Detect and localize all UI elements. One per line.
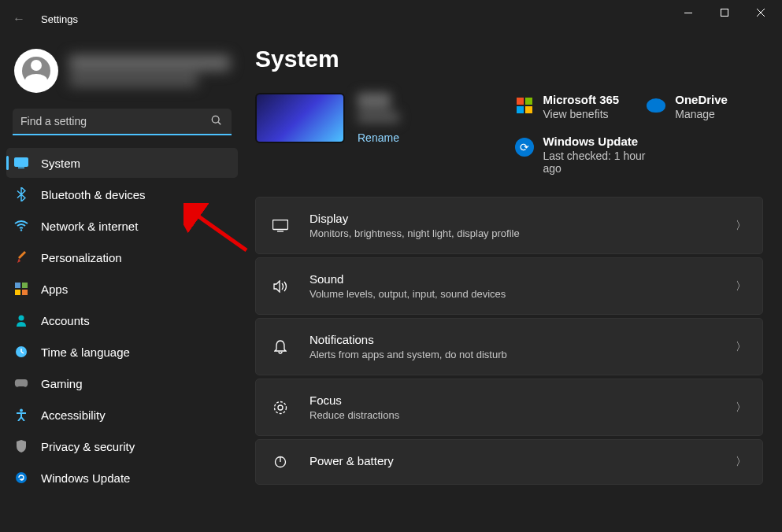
- svg-point-13: [19, 316, 24, 321]
- setting-power[interactable]: Power & battery 〉: [255, 439, 763, 485]
- setting-display[interactable]: Display Monitors, brightness, night ligh…: [255, 197, 763, 254]
- sidebar-item-network[interactable]: Network & internet: [6, 211, 238, 241]
- close-button[interactable]: [743, 0, 779, 25]
- onedrive-icon: [647, 96, 665, 115]
- nav-label: Accounts: [41, 314, 90, 327]
- sidebar-item-accessibility[interactable]: Accessibility: [6, 400, 238, 430]
- sidebar-item-time[interactable]: Time & language: [6, 337, 238, 367]
- sidebar-item-windows-update[interactable]: Windows Update: [6, 463, 238, 493]
- apps-icon: [14, 282, 28, 296]
- setting-desc: Alerts from apps and system, do not dist…: [309, 349, 715, 360]
- device-card: Rename: [255, 93, 504, 175]
- nav-label: Personalization: [41, 251, 122, 264]
- chevron-right-icon: 〉: [736, 340, 747, 354]
- setting-title: Focus: [309, 393, 715, 407]
- nav-label: System: [41, 157, 80, 170]
- window-title: Settings: [41, 13, 78, 25]
- search-input[interactable]: [13, 109, 232, 135]
- device-thumbnail: [255, 93, 345, 143]
- sidebar: System Bluetooth & devices Network & int…: [0, 38, 244, 532]
- update-icon: [14, 471, 28, 485]
- svg-rect-6: [15, 158, 28, 167]
- svg-point-22: [278, 405, 283, 410]
- card-sub: Last checked: 1 hour ago: [543, 150, 654, 175]
- chevron-right-icon: 〉: [736, 279, 747, 294]
- nav-label: Accessibility: [41, 408, 106, 422]
- svg-rect-12: [22, 290, 28, 295]
- nav-label: Network & internet: [41, 220, 138, 233]
- page-title: System: [255, 46, 763, 72]
- close-icon: [757, 9, 765, 17]
- search-icon: [211, 115, 222, 128]
- sidebar-item-system[interactable]: System: [6, 148, 238, 178]
- avatar: [14, 49, 58, 93]
- chevron-right-icon: 〉: [736, 219, 747, 233]
- shield-icon: [14, 439, 28, 453]
- nav-label: Gaming: [41, 377, 83, 390]
- ms365-icon: [515, 96, 534, 115]
- sidebar-item-gaming[interactable]: Gaming: [6, 368, 238, 398]
- svg-point-17: [20, 409, 23, 412]
- card-sub: View benefits: [543, 108, 620, 120]
- sidebar-item-accounts[interactable]: Accounts: [6, 305, 238, 335]
- person-icon: [14, 313, 28, 327]
- card-sub: Manage: [675, 108, 728, 120]
- rename-link[interactable]: Rename: [358, 131, 399, 144]
- card-title: Microsoft 365: [543, 93, 620, 106]
- maximize-icon: [721, 9, 728, 17]
- setting-title: Notifications: [309, 333, 715, 346]
- windows-update-card[interactable]: ⟳ Windows Update Last checked: 1 hour ag…: [515, 135, 764, 175]
- setting-title: Power & battery: [309, 454, 715, 467]
- setting-sound[interactable]: Sound Volume levels, output, input, soun…: [255, 257, 763, 315]
- nav-label: Bluetooth & devices: [41, 188, 146, 201]
- svg-point-4: [212, 116, 219, 123]
- bluetooth-icon: [14, 187, 28, 201]
- sound-icon: [272, 280, 289, 293]
- maximize-button[interactable]: [706, 0, 743, 25]
- titlebar: ← Settings: [0, 0, 782, 38]
- setting-title: Sound: [309, 272, 715, 286]
- clock-icon: [14, 345, 28, 359]
- window-controls: [670, 13, 779, 25]
- update-icon: ⟳: [515, 138, 534, 157]
- profile-card[interactable]: [0, 46, 244, 109]
- sidebar-item-personalization[interactable]: Personalization: [6, 242, 238, 272]
- main-content: System Rename: [244, 38, 782, 532]
- setting-desc: Volume levels, output, input, sound devi…: [309, 288, 715, 300]
- back-button[interactable]: ←: [3, 3, 35, 35]
- sidebar-item-privacy[interactable]: Privacy & security: [6, 431, 238, 461]
- chevron-right-icon: 〉: [736, 401, 747, 415]
- paintbrush-icon: [14, 250, 28, 264]
- nav-label: Windows Update: [41, 471, 130, 485]
- svg-rect-10: [22, 283, 28, 288]
- chevron-right-icon: 〉: [736, 455, 747, 469]
- system-icon: [14, 156, 28, 170]
- svg-point-8: [20, 229, 22, 231]
- svg-rect-1: [721, 9, 728, 17]
- svg-rect-0: [684, 13, 692, 13]
- ms365-card[interactable]: Microsoft 365 View benefits: [515, 93, 632, 120]
- power-icon: [272, 456, 289, 468]
- device-info-redacted: [358, 93, 399, 123]
- svg-point-18: [16, 472, 27, 483]
- card-title: OneDrive: [675, 93, 728, 106]
- accessibility-icon: [14, 408, 28, 422]
- top-cards: Rename Microsoft 365 View benefits: [255, 93, 763, 175]
- svg-line-5: [218, 122, 221, 124]
- gamepad-icon: [14, 376, 28, 390]
- minimize-icon: [684, 13, 692, 13]
- onedrive-card[interactable]: OneDrive Manage: [647, 93, 763, 120]
- search-wrap: [0, 109, 244, 148]
- setting-focus[interactable]: Focus Reduce distractions 〉: [255, 379, 763, 436]
- sidebar-item-bluetooth[interactable]: Bluetooth & devices: [6, 179, 238, 209]
- svg-rect-9: [15, 283, 20, 288]
- nav-label: Privacy & security: [41, 440, 135, 453]
- sidebar-item-apps[interactable]: Apps: [6, 274, 238, 304]
- settings-list: Display Monitors, brightness, night ligh…: [255, 197, 763, 485]
- svg-rect-19: [273, 220, 288, 229]
- nav-label: Apps: [41, 283, 68, 296]
- focus-icon: [272, 401, 289, 415]
- setting-notifications[interactable]: Notifications Alerts from apps and syste…: [255, 318, 763, 375]
- minimize-button[interactable]: [670, 0, 706, 25]
- profile-info-redacted: [69, 55, 230, 87]
